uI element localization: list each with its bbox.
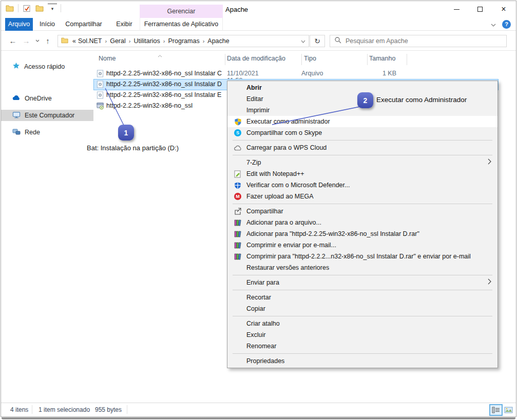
status-divider	[32, 405, 32, 414]
sidebar-item-rede[interactable]: Rede	[1, 127, 93, 138]
sidebar-item-acesso-rapido[interactable]: Acesso rápido	[1, 61, 93, 72]
sidebar-item-onedrive[interactable]: OneDrive	[1, 93, 93, 104]
menu-item-restaurar-versoes[interactable]: Restaurar versões anteriores	[227, 262, 497, 273]
menu-item-carregar-wps-cloud[interactable]: Carregar para o WPS Cloud	[227, 142, 497, 153]
menu-item-comprimir-email[interactable]: Comprimir e enviar por e-mail...	[227, 239, 497, 251]
column-divider[interactable]	[301, 54, 302, 65]
context-menu: Abrir Editar Imprimir Executar como admi…	[227, 81, 498, 368]
sidebar-item-label: Rede	[25, 129, 40, 136]
menu-item-enviar-para[interactable]: Enviar para	[227, 277, 497, 288]
bat-file-icon	[97, 91, 104, 101]
customize-toolbar-icon[interactable]: ▾	[48, 4, 57, 13]
uac-shield-icon	[234, 117, 242, 126]
column-headers: Nome Data de modificação Tipo Tamanho	[93, 52, 516, 67]
menu-item-adicionar-para-arquivo[interactable]: Adicionar para o arquivo...	[227, 217, 497, 228]
recent-locations-icon[interactable]	[32, 35, 43, 46]
close-button[interactable]: ×	[492, 2, 515, 17]
callout-1-badge: 1	[118, 125, 134, 141]
winrar-icon	[234, 230, 242, 238]
maximize-button[interactable]	[468, 2, 492, 17]
menu-item-adicionar-para-rar[interactable]: Adicionar para "httpd-2.2.25-win32-x86-n…	[227, 228, 497, 239]
search-icon	[334, 36, 341, 46]
file-name: httpd-2.2.25-win32-x86-no_ssl Instalar E	[106, 91, 221, 98]
menu-item-abrir[interactable]: Abrir	[227, 82, 497, 93]
menu-item-comprimir-para-rar-email[interactable]: Comprimir para "httpd-2.2.2...n32-x86-no…	[227, 251, 497, 262]
menu-item-excluir[interactable]: Excluir	[227, 329, 497, 341]
sidebar-item-este-computador[interactable]: Este Computador	[1, 110, 93, 121]
menu-item-propriedades[interactable]: Propriedades	[227, 355, 497, 367]
menu-separator	[233, 316, 492, 316]
menu-separator	[233, 155, 492, 155]
help-icon[interactable]: ?	[502, 20, 511, 29]
file-size: 1 KB	[367, 70, 396, 77]
menu-item-edit-with-notepadpp[interactable]: Edit with Notepad++	[227, 168, 497, 179]
manage-tab[interactable]: Gerenciar	[140, 5, 223, 18]
tab-ferramentas-de-aplicativo[interactable]: Ferramentas de Aplicativo	[140, 18, 223, 31]
installer-file-icon	[97, 102, 104, 111]
title-bar: ▾ Gerenciar Apache ×	[1, 1, 516, 18]
tab-arquivo[interactable]: Arquivo	[5, 18, 33, 31]
folder-icon[interactable]	[5, 4, 14, 13]
new-folder-icon[interactable]	[35, 4, 44, 13]
menu-separator	[233, 140, 492, 141]
menu-item-upload-mega[interactable]: M Fazer upload ao MEGA	[227, 191, 497, 202]
search-box[interactable]	[330, 35, 507, 47]
chevron-right-icon: ›	[127, 38, 133, 44]
column-header-data[interactable]: Data de modificação	[227, 55, 285, 62]
menu-item-compartilhar[interactable]: Compartilhar	[227, 206, 497, 217]
large-icons-view-button[interactable]	[502, 404, 515, 416]
details-view-button[interactable]	[489, 404, 503, 416]
menu-item-7zip[interactable]: 7-Zip	[227, 157, 497, 168]
status-divider	[127, 405, 127, 414]
column-header-tamanho[interactable]: Tamanho	[369, 55, 395, 62]
menu-item-copiar[interactable]: Copiar	[227, 303, 497, 314]
menu-item-criar-atalho[interactable]: Criar atalho	[227, 318, 497, 329]
menu-item-compartilhar-com-skype[interactable]: S Compartilhar com o Skype	[227, 127, 497, 138]
menu-separator	[233, 290, 492, 290]
winrar-icon	[234, 218, 242, 227]
selection-size: 955 bytes	[95, 406, 122, 413]
breadcrumb-apache[interactable]: Apache	[206, 37, 230, 45]
breadcrumb-programas[interactable]: Programas	[167, 37, 201, 45]
up-icon[interactable]: ↑	[42, 35, 53, 46]
refresh-icon[interactable]: ↻	[310, 35, 325, 47]
column-header-tipo[interactable]: Tipo	[304, 55, 316, 62]
item-count: 4 itens	[10, 406, 28, 413]
file-name: httpd-2.2.25-win32-x86-no_ssl Instalar C	[106, 70, 222, 77]
onedrive-cloud-icon	[12, 95, 21, 102]
properties-icon[interactable]	[22, 4, 31, 13]
menu-item-renomear[interactable]: Renomear	[227, 341, 497, 352]
breadcrumb-utilitarios[interactable]: Utilitarios	[132, 37, 161, 45]
column-divider[interactable]	[225, 54, 225, 65]
address-bar: ← → ↑ « Sol.NET › Geral › Utilitarios › …	[1, 31, 516, 51]
sort-ascending-icon	[158, 52, 162, 59]
selection-count: 1 item selecionado	[39, 406, 90, 413]
toolbar-divider	[18, 4, 18, 12]
breadcrumb[interactable]: « Sol.NET › Geral › Utilitarios › Progra…	[58, 35, 309, 47]
column-divider[interactable]	[407, 54, 407, 65]
forward-icon[interactable]: →	[21, 35, 32, 46]
column-divider[interactable]	[367, 54, 368, 65]
callout-1-label: Bat: Instalação na partição (D:)	[87, 144, 179, 152]
expand-ribbon-icon[interactable]	[491, 19, 496, 29]
sidebar-item-label: Acesso rápido	[24, 63, 65, 70]
breadcrumb-geral[interactable]: Geral	[109, 37, 127, 45]
toolbar-divider	[61, 4, 61, 12]
column-header-nome[interactable]: Nome	[99, 55, 116, 62]
back-icon[interactable]: ←	[7, 35, 18, 46]
wps-cloud-icon	[234, 144, 242, 152]
callout-2-label: Executar como Administrador	[376, 96, 467, 104]
navigation-pane: Acesso rápido OneDrive Este Computador R…	[1, 51, 93, 403]
menu-item-verificar-defender[interactable]: Verificar com o Microsoft Defender...	[227, 179, 497, 191]
tab-compartilhar[interactable]: Compartilhar	[63, 18, 105, 31]
tab-inicio[interactable]: Início	[35, 18, 60, 31]
menu-item-executar-como-administrador[interactable]: Executar como administrador	[227, 116, 497, 127]
tab-exibir[interactable]: Exibir	[110, 18, 139, 31]
breadcrumb-sol-net[interactable]: Sol.NET	[77, 37, 103, 45]
address-dropdown-icon[interactable]	[301, 37, 305, 45]
menu-item-recortar[interactable]: Recortar	[227, 292, 497, 303]
winrar-icon	[234, 241, 242, 249]
bat-file-icon	[97, 81, 104, 90]
minimize-button[interactable]	[445, 2, 468, 17]
search-input[interactable]	[346, 37, 502, 45]
